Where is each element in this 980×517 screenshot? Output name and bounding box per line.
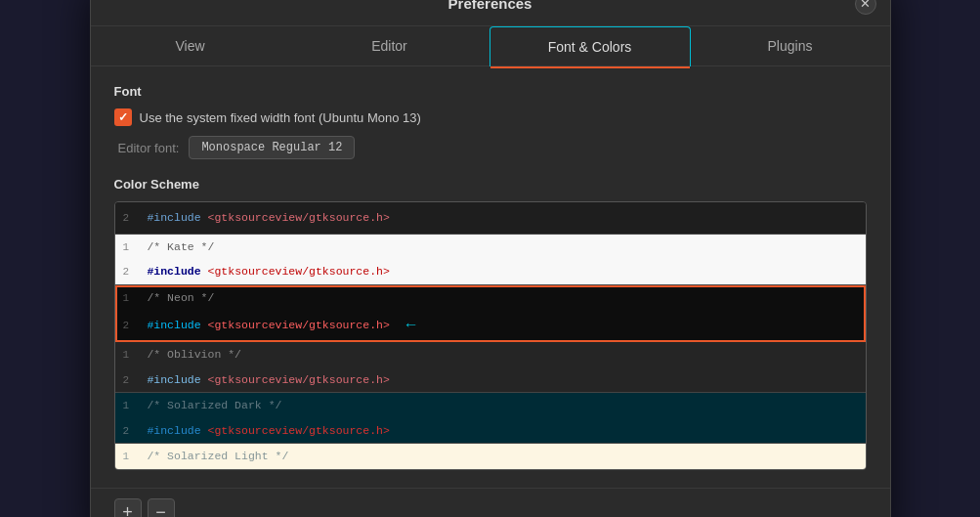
tab-plugins[interactable]: Plugins	[691, 26, 890, 65]
editor-font-row: Editor font: Monospace Regular 12	[118, 136, 867, 159]
scheme-code-solar-dark-2: 2 #include <gtksourceview/gtksource.h>	[115, 418, 866, 444]
remove-scheme-button[interactable]: −	[148, 498, 175, 517]
selection-arrow-icon: ←	[406, 314, 416, 337]
font-section-title: Font	[114, 84, 867, 99]
preferences-dialog: Preferences ✕ View Editor Font & Colors …	[90, 0, 891, 517]
scheme-item-solarized-light[interactable]: 1 /* Solarized Light */	[115, 444, 866, 469]
scheme-item-oblivion[interactable]: 1 /* Oblivion */ 2 #include <gtksourcevi…	[115, 342, 866, 393]
tab-editor[interactable]: Editor	[290, 26, 490, 65]
title-bar: Preferences ✕	[91, 0, 890, 26]
scheme-item-solarized-dark[interactable]: 1 /* Solarized Dark */ 2 #include <gtkso…	[115, 393, 866, 444]
scheme-code-default: 2 #include <gtksourceview/gtksource.h>	[115, 205, 866, 231]
scheme-code-oblivion-1: 1 /* Oblivion */	[115, 342, 866, 367]
scheme-list: 2 #include <gtksourceview/gtksource.h> 1…	[114, 201, 867, 470]
editor-font-button[interactable]: Monospace Regular 12	[189, 136, 355, 159]
system-font-checkbox[interactable]: ✓	[114, 108, 132, 126]
scheme-item-default[interactable]: 2 #include <gtksourceview/gtksource.h>	[115, 202, 866, 235]
bottom-bar: + −	[91, 488, 890, 517]
scheme-code-solar-dark-1: 1 /* Solarized Dark */	[115, 393, 866, 418]
editor-font-label: Editor font:	[118, 141, 180, 155]
add-scheme-button[interactable]: +	[114, 498, 142, 517]
scheme-item-kate[interactable]: 1 /* Kate */ 2 #include <gtksourceview/g…	[115, 235, 866, 285]
scheme-code-solar-light-1: 1 /* Solarized Light */	[115, 444, 866, 469]
tab-bar: View Editor Font & Colors Plugins	[91, 26, 890, 66]
dialog-title: Preferences	[448, 0, 533, 12]
scheme-code-kate: 1 /* Kate */	[115, 235, 866, 260]
close-button[interactable]: ✕	[855, 0, 876, 15]
scheme-code-oblivion-2: 2 #include <gtksourceview/gtksource.h>	[115, 367, 866, 393]
color-scheme-title: Color Scheme	[114, 177, 867, 192]
color-scheme-section: Color Scheme 2 #include <gtksourceview/g…	[114, 177, 867, 470]
scheme-code-neon-2: 2 #include <gtksourceview/gtksource.h> ←	[115, 310, 866, 341]
system-font-label: Use the system fixed width font (Ubuntu …	[140, 110, 421, 125]
font-section: Font ✓ Use the system fixed width font (…	[114, 84, 867, 159]
tab-font-colors[interactable]: Font & Colors	[490, 26, 691, 66]
content-area: Font ✓ Use the system fixed width font (…	[91, 66, 890, 488]
tab-view[interactable]: View	[91, 26, 290, 65]
scheme-item-neon[interactable]: 1 /* Neon */ 2 #include <gtksourceview/g…	[115, 285, 866, 343]
scheme-code-neon-1: 1 /* Neon */	[115, 285, 866, 311]
system-font-checkbox-row: ✓ Use the system fixed width font (Ubunt…	[114, 108, 867, 126]
scheme-code-kate-2: 2 #include <gtksourceview/gtksource.h>	[115, 259, 866, 284]
